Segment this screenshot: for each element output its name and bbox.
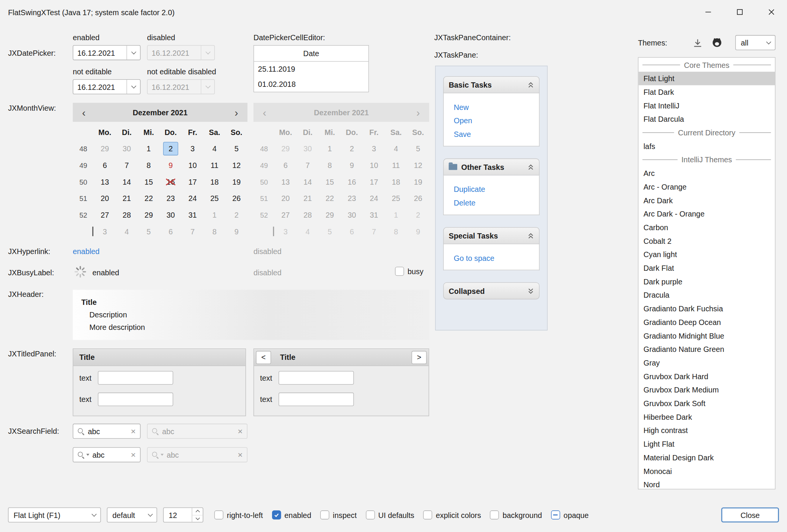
theme-item[interactable]: High contrast <box>638 424 775 437</box>
theme-item[interactable]: Gruvbox Dark Soft <box>638 397 775 410</box>
close-button[interactable]: Close <box>721 507 779 523</box>
clear-icon[interactable]: ✕ <box>131 427 136 435</box>
day-cell[interactable]: 17 <box>182 174 204 190</box>
checkbox-box[interactable] <box>551 510 560 519</box>
day-cell[interactable]: 14 <box>116 174 138 190</box>
checkbox-box[interactable] <box>214 510 224 519</box>
laf-combobox[interactable]: Flat Light (F1) <box>8 507 101 523</box>
day-cell[interactable]: 21 <box>116 190 138 207</box>
search-field[interactable]: ✕ <box>73 424 141 439</box>
theme-item[interactable]: Arc <box>638 166 775 180</box>
spinner-down-button[interactable] <box>192 515 203 522</box>
theme-item[interactable]: Light Flat <box>638 437 775 451</box>
task-link[interactable]: Duplicate <box>454 182 539 196</box>
theme-item[interactable]: Cobalt 2 <box>638 234 775 248</box>
day-cell[interactable]: 30 <box>116 140 138 157</box>
task-link[interactable]: Open <box>454 114 539 127</box>
day-cell[interactable]: 23 <box>160 190 182 207</box>
theme-item[interactable]: Flat Dark <box>638 85 775 99</box>
day-cell[interactable]: 13 <box>94 174 116 190</box>
checkbox-opaque[interactable]: opaque <box>551 510 589 519</box>
hyperlink-enabled[interactable]: enabled <box>73 247 100 256</box>
close-window-button[interactable] <box>756 0 787 24</box>
theme-item[interactable]: Gradianto Deep Ocean <box>638 315 775 329</box>
theme-item[interactable]: Monocai <box>638 464 775 478</box>
datepicker-dropdown-button[interactable] <box>126 80 140 94</box>
day-cell[interactable]: 5 <box>138 223 160 240</box>
day-cell[interactable]: 7 <box>116 157 138 174</box>
theme-item[interactable]: Gradianto Nature Green <box>638 342 775 356</box>
day-cell[interactable]: 11 <box>203 157 225 174</box>
task-link[interactable]: Go to space <box>454 251 539 265</box>
taskpane-header[interactable]: Special Tasks <box>443 227 540 244</box>
day-cell[interactable]: 6 <box>94 157 116 174</box>
day-cell[interactable]: 3 <box>94 223 116 240</box>
font-size-spinner[interactable]: 12 <box>163 507 203 523</box>
taskpane-header[interactable]: Collapsed <box>443 282 540 299</box>
theme-item[interactable]: Nord <box>638 478 775 489</box>
search-input[interactable] <box>92 450 127 459</box>
theme-item[interactable]: Dark purple <box>638 275 775 289</box>
day-cell[interactable]: 4 <box>116 223 138 240</box>
day-cell[interactable]: 25 <box>203 190 225 207</box>
theme-item[interactable]: Arc Dark - Orange <box>638 207 775 221</box>
table-row[interactable]: 25.11.2019 <box>254 62 368 77</box>
table-row[interactable]: 01.02.2018 <box>254 77 368 92</box>
themes-filter-combobox[interactable]: all <box>735 35 776 50</box>
day-cell[interactable]: 9 <box>225 223 247 240</box>
datepicker-dropdown-button[interactable] <box>126 46 140 60</box>
theme-item[interactable]: lafs <box>638 140 775 153</box>
day-cell[interactable]: 8 <box>138 157 160 174</box>
task-link[interactable]: New <box>454 100 539 114</box>
spinner-up-button[interactable] <box>192 508 203 515</box>
checkbox-enabled[interactable]: enabled <box>272 510 312 519</box>
prev-button[interactable]: < <box>256 351 271 364</box>
day-cell[interactable]: 29 <box>138 207 160 223</box>
checkbox-explicit-colors[interactable]: explicit colors <box>423 510 481 519</box>
day-cell[interactable]: 30 <box>160 207 182 223</box>
theme-item[interactable]: Gradianto Midnight Blue <box>638 329 775 342</box>
themes-list[interactable]: Core ThemesFlat LightFlat DarkFlat Intel… <box>638 57 775 490</box>
theme-item[interactable]: Flat Light <box>638 72 775 85</box>
theme-item[interactable]: Carbon <box>638 221 775 234</box>
day-cell[interactable]: 7 <box>182 223 204 240</box>
checkbox-box[interactable] <box>490 510 499 519</box>
minimize-button[interactable] <box>692 0 724 24</box>
search-field-with-menu[interactable]: ✕ <box>73 447 141 462</box>
checkbox-background[interactable]: background <box>490 510 542 519</box>
theme-item[interactable]: Material Design Dark <box>638 451 775 465</box>
task-link[interactable]: Delete <box>454 196 539 210</box>
prev-month-button[interactable]: ‹ <box>80 107 88 118</box>
day-cell[interactable]: 27 <box>94 207 116 223</box>
datepicker-enabled[interactable]: 16.12.2021 <box>73 45 141 60</box>
download-icon[interactable] <box>693 38 702 49</box>
day-cell[interactable]: 8 <box>203 223 225 240</box>
day-cell[interactable]: 12 <box>225 157 247 174</box>
day-cell[interactable]: 24 <box>182 190 204 207</box>
search-input[interactable] <box>88 427 127 435</box>
day-cell[interactable]: 1 <box>138 140 160 157</box>
text-input[interactable] <box>279 392 354 406</box>
day-cell[interactable]: 4 <box>203 140 225 157</box>
taskpane-header[interactable]: Other Tasks <box>443 159 540 176</box>
theme-item[interactable]: Arc - Orange <box>638 180 775 194</box>
github-icon[interactable] <box>711 37 722 50</box>
day-cell[interactable]: 19 <box>225 174 247 190</box>
next-button[interactable]: > <box>412 351 427 364</box>
text-input[interactable] <box>279 371 354 385</box>
day-cell[interactable]: 31 <box>182 207 204 223</box>
day-cell[interactable]: 2 <box>225 207 247 223</box>
style-combobox[interactable]: default <box>107 507 157 523</box>
datepicker-not-editable[interactable]: 16.12.2021 <box>73 79 141 94</box>
day-cell[interactable]: 3 <box>182 140 204 157</box>
spinner-value[interactable]: 12 <box>164 508 192 522</box>
taskpane-header[interactable]: Basic Tasks <box>443 76 540 93</box>
day-cell[interactable]: 22 <box>138 190 160 207</box>
theme-item[interactable]: Gradianto Dark Fuchsia <box>638 302 775 315</box>
day-cell[interactable]: 15 <box>138 174 160 190</box>
day-cell[interactable]: 29 <box>94 140 116 157</box>
checkbox-box[interactable] <box>366 510 375 519</box>
checkbox-inspect[interactable]: inspect <box>320 510 357 519</box>
theme-item[interactable]: Arc Dark <box>638 193 775 207</box>
day-cell[interactable]: 26 <box>225 190 247 207</box>
